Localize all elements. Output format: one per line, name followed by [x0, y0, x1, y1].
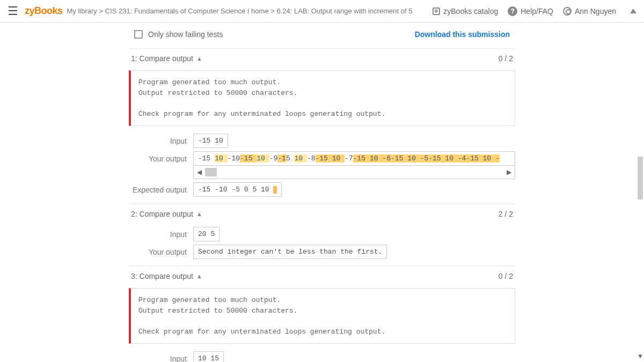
brand-logo[interactable]: zyBooks	[25, 5, 63, 17]
your-output-value: Second integer can't be less than the fi…	[193, 245, 387, 259]
test-title: 3: Compare output	[131, 272, 193, 280]
user-icon	[563, 7, 572, 16]
chevron-up-icon: ▲	[196, 211, 202, 217]
breadcrumb[interactable]: My library > CIS 231: Fundamentals of Co…	[67, 7, 413, 15]
chevron-up-icon: ▲	[196, 273, 202, 279]
user-menu[interactable]: Ann Nguyen	[563, 7, 616, 16]
filter-row: Only show failing tests Download this su…	[129, 23, 515, 48]
test-title: 1: Compare output	[131, 54, 193, 63]
results-card: Only show failing tests Download this su…	[129, 23, 515, 362]
download-link[interactable]: Download this submission	[415, 30, 510, 39]
catalog-link[interactable]: zyBooks catalog	[433, 7, 498, 16]
catalog-icon	[433, 8, 440, 15]
input-value: 10 15	[193, 351, 224, 362]
chevron-up-icon: ▲	[196, 55, 202, 62]
your-output-value: -15 10 -10-15 10 -9-15 10 -8-15 10 -7-15…	[193, 151, 515, 165]
user-name: Ann Nguyen	[575, 7, 616, 16]
test-title: 2: Compare output	[131, 210, 193, 218]
test-header[interactable]: 2: Compare output▲2 / 2	[129, 204, 515, 224]
scroll-right-icon[interactable]: ▶	[507, 168, 511, 176]
only-failing-label: Only show failing tests	[148, 30, 223, 39]
output-scrollbar[interactable]: ◀▶	[193, 165, 515, 179]
scrollbar-thumb[interactable]	[638, 157, 643, 200]
expected-output-label: Expected output	[129, 182, 193, 194]
newline-mark-icon	[273, 186, 277, 194]
test-score: 0 / 2	[499, 54, 513, 63]
input-value: 20 5	[193, 227, 219, 241]
input-label: Input	[129, 134, 193, 145]
help-label: Help/FAQ	[521, 7, 553, 16]
scrollbar-thumb[interactable]	[205, 168, 217, 176]
warning-box: Program generated too much output.Output…	[129, 288, 515, 344]
help-icon: ?	[508, 6, 517, 16]
scroll-left-icon[interactable]: ◀	[197, 168, 202, 176]
test-header[interactable]: 1: Compare output▲0 / 2	[129, 48, 515, 68]
your-output-label: Your output	[129, 151, 193, 163]
scroll-down-icon[interactable]: ▼	[637, 352, 643, 360]
your-output-label: Your output	[129, 245, 193, 256]
warning-box: Program generated too much output.Output…	[129, 70, 515, 126]
input-label: Input	[129, 227, 193, 239]
catalog-label: zyBooks catalog	[443, 7, 498, 16]
test-header[interactable]: 3: Compare output▲0 / 2	[129, 266, 515, 286]
help-link[interactable]: ? Help/FAQ	[508, 6, 553, 16]
only-failing-checkbox[interactable]	[134, 30, 143, 39]
test-score: 0 / 2	[499, 272, 513, 280]
hamburger-icon[interactable]: ☰	[8, 4, 18, 18]
input-label: Input	[129, 351, 193, 362]
expected-output-value: -15 -10 -5 0 5 10	[193, 182, 282, 197]
input-value: -15 10	[193, 134, 228, 148]
page-scrollbar[interactable]: ▼	[635, 0, 644, 362]
top-bar: ☰ zyBooks My library > CIS 231: Fundamen…	[0, 0, 644, 23]
test-score: 2 / 2	[499, 210, 513, 218]
